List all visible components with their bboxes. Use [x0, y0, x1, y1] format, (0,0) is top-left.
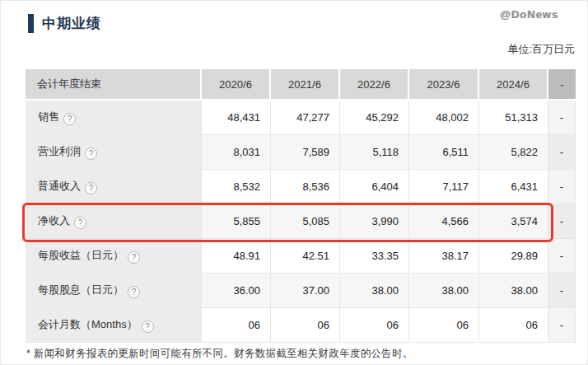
value-cell: 47,277: [271, 101, 340, 135]
value-cell: 7,589: [271, 135, 340, 170]
value-cell: 06: [340, 308, 409, 343]
row-label: 销售?: [26, 101, 202, 135]
dash-cell: -: [548, 135, 576, 170]
row-label: 营业利润?: [26, 135, 202, 170]
dash-cell: -: [548, 170, 576, 204]
value-cell: 6,404: [340, 170, 409, 204]
help-icon[interactable]: ?: [128, 286, 140, 298]
help-icon[interactable]: ?: [142, 321, 154, 333]
row-label: 净收入?: [26, 204, 202, 239]
value-cell: 37.00: [271, 274, 340, 308]
page-title: 中期业绩: [42, 14, 101, 33]
header-year-2020-6: 2020/6: [202, 69, 271, 101]
help-icon[interactable]: ?: [74, 217, 86, 229]
help-icon[interactable]: ?: [63, 113, 76, 125]
header-dash-column: -: [548, 69, 576, 101]
value-cell: 3,990: [340, 204, 409, 239]
value-cell: 06: [409, 308, 479, 343]
value-cell: 36.00: [202, 274, 271, 308]
footnote: * 新闻和财务报表的更新时间可能有所不同。财务数据截至相关财政年度的公告时。: [26, 347, 413, 361]
table-row: 每股收益（日元）?48.9142.5133.3538.1729.89-: [26, 239, 576, 274]
value-cell: 3,574: [479, 204, 548, 239]
table-row: 净收入?5,8555,0853,9904,5663,574-: [26, 204, 576, 239]
row-label-text: 每股收益（日元）: [38, 249, 124, 261]
table-row: 每股股息（日元）?36.0037.0038.0038.0038.00-: [26, 274, 576, 308]
section-title-bar: 中期业绩: [28, 14, 101, 33]
value-cell: 38.00: [409, 274, 479, 308]
dash-cell: -: [548, 204, 576, 239]
value-cell: 29.89: [479, 239, 548, 274]
unit-label: 单位:百万日元: [507, 42, 575, 57]
value-cell: 5,822: [479, 135, 548, 170]
table-row: 普通收入?8,5328,5366,4047,1176,431-: [26, 170, 576, 204]
row-label-text: 每股股息（日元）: [38, 283, 124, 296]
row-label: 每股股息（日元）?: [26, 274, 202, 308]
value-cell: 33.35: [340, 239, 409, 274]
value-cell: 06: [479, 308, 548, 343]
dash-cell: -: [548, 239, 576, 274]
value-cell: 06: [271, 308, 340, 343]
watermark: @DoNews: [500, 8, 558, 21]
header-year-2024-6: 2024/6: [479, 69, 548, 101]
header-year-2021-6: 2021/6: [271, 69, 340, 101]
value-cell: 5,855: [202, 204, 271, 239]
value-cell: 6,511: [409, 135, 479, 170]
table-row: 销售?48,43147,27745,29248,00251,313-: [26, 101, 576, 135]
page: 中期业绩 @DoNews 单位:百万日元 会计年度结束 2020/62021/6…: [0, 0, 588, 365]
table-row: 会计月数（Months）?0606060606-: [26, 308, 576, 343]
help-icon[interactable]: ?: [128, 251, 140, 264]
value-cell: 5,085: [271, 204, 340, 239]
header-year-2023-6: 2023/6: [409, 69, 479, 101]
row-label-text: 营业利润: [38, 145, 81, 157]
value-cell: 06: [202, 308, 271, 343]
title-accent-bar: [28, 14, 34, 33]
row-label: 普通收入?: [26, 170, 202, 204]
help-icon[interactable]: ?: [85, 147, 97, 160]
value-cell: 48,431: [202, 101, 271, 135]
row-label: 每股收益（日元）?: [26, 239, 202, 274]
row-label-text: 会计月数（Months）: [38, 318, 138, 330]
row-label-text: 销售: [38, 110, 59, 123]
value-cell: 38.00: [340, 274, 409, 308]
help-icon[interactable]: ?: [85, 182, 97, 194]
dash-cell: -: [548, 274, 576, 308]
dash-cell: -: [548, 308, 576, 343]
dash-cell: -: [548, 101, 576, 135]
header-fiscal-year-end: 会计年度结束: [26, 69, 202, 101]
row-label-text: 净收入: [38, 214, 70, 227]
results-table-wrap: 会计年度结束 2020/62021/62022/62023/62024/6- 销…: [26, 69, 577, 343]
value-cell: 7,117: [409, 170, 479, 204]
value-cell: 8,532: [202, 170, 271, 204]
value-cell: 45,292: [340, 101, 409, 135]
value-cell: 8,536: [271, 170, 340, 204]
value-cell: 48,002: [409, 101, 479, 135]
value-cell: 51,313: [479, 101, 548, 135]
table-row: 营业利润?8,0317,5895,1186,5115,822-: [26, 135, 576, 170]
value-cell: 6,431: [479, 170, 548, 204]
table-header-row: 会计年度结束 2020/62021/62022/62023/62024/6-: [26, 69, 576, 101]
value-cell: 42.51: [271, 239, 340, 274]
value-cell: 48.91: [202, 239, 271, 274]
value-cell: 8,031: [202, 135, 271, 170]
value-cell: 38.17: [409, 239, 479, 274]
value-cell: 4,566: [409, 204, 479, 239]
value-cell: 5,118: [340, 135, 409, 170]
row-label: 会计月数（Months）?: [26, 308, 202, 343]
value-cell: 38.00: [479, 274, 548, 308]
results-table: 会计年度结束 2020/62021/62022/62023/62024/6- 销…: [26, 69, 576, 343]
row-label-text: 普通收入: [38, 180, 81, 192]
header-year-2022-6: 2022/6: [340, 69, 409, 101]
